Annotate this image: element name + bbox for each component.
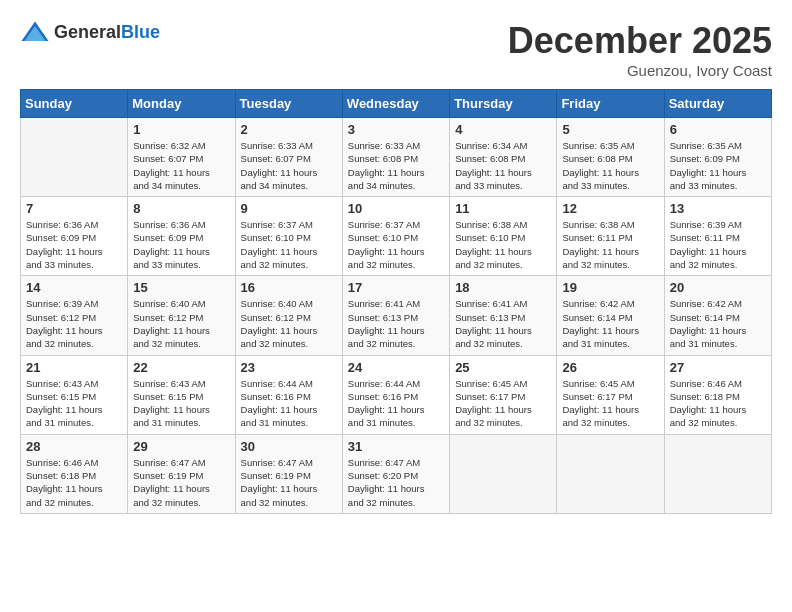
calendar-week-row: 14Sunrise: 6:39 AM Sunset: 6:12 PM Dayli…: [21, 276, 772, 355]
calendar-week-row: 7Sunrise: 6:36 AM Sunset: 6:09 PM Daylig…: [21, 197, 772, 276]
day-info: Sunrise: 6:45 AM Sunset: 6:17 PM Dayligh…: [562, 377, 658, 430]
calendar-cell: 22Sunrise: 6:43 AM Sunset: 6:15 PM Dayli…: [128, 355, 235, 434]
calendar-cell: 15Sunrise: 6:40 AM Sunset: 6:12 PM Dayli…: [128, 276, 235, 355]
calendar-cell: 23Sunrise: 6:44 AM Sunset: 6:16 PM Dayli…: [235, 355, 342, 434]
day-info: Sunrise: 6:45 AM Sunset: 6:17 PM Dayligh…: [455, 377, 551, 430]
calendar-cell: 26Sunrise: 6:45 AM Sunset: 6:17 PM Dayli…: [557, 355, 664, 434]
calendar-cell: [450, 434, 557, 513]
day-info: Sunrise: 6:35 AM Sunset: 6:09 PM Dayligh…: [670, 139, 766, 192]
logo-icon: [20, 20, 50, 44]
weekday-header: Wednesday: [342, 90, 449, 118]
calendar-cell: 9Sunrise: 6:37 AM Sunset: 6:10 PM Daylig…: [235, 197, 342, 276]
day-number: 4: [455, 122, 551, 137]
logo-general-text: General: [54, 22, 121, 42]
day-info: Sunrise: 6:47 AM Sunset: 6:19 PM Dayligh…: [241, 456, 337, 509]
day-info: Sunrise: 6:33 AM Sunset: 6:08 PM Dayligh…: [348, 139, 444, 192]
day-info: Sunrise: 6:43 AM Sunset: 6:15 PM Dayligh…: [26, 377, 122, 430]
calendar-cell: 11Sunrise: 6:38 AM Sunset: 6:10 PM Dayli…: [450, 197, 557, 276]
day-number: 1: [133, 122, 229, 137]
day-number: 18: [455, 280, 551, 295]
calendar-cell: 27Sunrise: 6:46 AM Sunset: 6:18 PM Dayli…: [664, 355, 771, 434]
day-number: 27: [670, 360, 766, 375]
weekday-header: Tuesday: [235, 90, 342, 118]
calendar-header-row: SundayMondayTuesdayWednesdayThursdayFrid…: [21, 90, 772, 118]
day-number: 26: [562, 360, 658, 375]
calendar-cell: 24Sunrise: 6:44 AM Sunset: 6:16 PM Dayli…: [342, 355, 449, 434]
calendar-cell: 18Sunrise: 6:41 AM Sunset: 6:13 PM Dayli…: [450, 276, 557, 355]
day-number: 20: [670, 280, 766, 295]
calendar-cell: [21, 118, 128, 197]
calendar-cell: 6Sunrise: 6:35 AM Sunset: 6:09 PM Daylig…: [664, 118, 771, 197]
calendar-cell: 1Sunrise: 6:32 AM Sunset: 6:07 PM Daylig…: [128, 118, 235, 197]
day-info: Sunrise: 6:37 AM Sunset: 6:10 PM Dayligh…: [241, 218, 337, 271]
day-info: Sunrise: 6:37 AM Sunset: 6:10 PM Dayligh…: [348, 218, 444, 271]
day-number: 2: [241, 122, 337, 137]
day-number: 29: [133, 439, 229, 454]
calendar-cell: 25Sunrise: 6:45 AM Sunset: 6:17 PM Dayli…: [450, 355, 557, 434]
day-number: 31: [348, 439, 444, 454]
weekday-header: Saturday: [664, 90, 771, 118]
calendar-cell: 7Sunrise: 6:36 AM Sunset: 6:09 PM Daylig…: [21, 197, 128, 276]
calendar-cell: 2Sunrise: 6:33 AM Sunset: 6:07 PM Daylig…: [235, 118, 342, 197]
day-number: 3: [348, 122, 444, 137]
day-info: Sunrise: 6:44 AM Sunset: 6:16 PM Dayligh…: [241, 377, 337, 430]
calendar-cell: 3Sunrise: 6:33 AM Sunset: 6:08 PM Daylig…: [342, 118, 449, 197]
calendar-cell: 4Sunrise: 6:34 AM Sunset: 6:08 PM Daylig…: [450, 118, 557, 197]
day-number: 6: [670, 122, 766, 137]
calendar-week-row: 1Sunrise: 6:32 AM Sunset: 6:07 PM Daylig…: [21, 118, 772, 197]
weekday-header: Sunday: [21, 90, 128, 118]
day-info: Sunrise: 6:39 AM Sunset: 6:12 PM Dayligh…: [26, 297, 122, 350]
day-number: 8: [133, 201, 229, 216]
day-info: Sunrise: 6:32 AM Sunset: 6:07 PM Dayligh…: [133, 139, 229, 192]
calendar-week-row: 21Sunrise: 6:43 AM Sunset: 6:15 PM Dayli…: [21, 355, 772, 434]
month-title: December 2025: [508, 20, 772, 62]
day-info: Sunrise: 6:39 AM Sunset: 6:11 PM Dayligh…: [670, 218, 766, 271]
calendar-cell: [557, 434, 664, 513]
day-number: 22: [133, 360, 229, 375]
day-number: 11: [455, 201, 551, 216]
day-info: Sunrise: 6:47 AM Sunset: 6:20 PM Dayligh…: [348, 456, 444, 509]
calendar-cell: 31Sunrise: 6:47 AM Sunset: 6:20 PM Dayli…: [342, 434, 449, 513]
day-info: Sunrise: 6:42 AM Sunset: 6:14 PM Dayligh…: [670, 297, 766, 350]
calendar-cell: [664, 434, 771, 513]
page-header: GeneralBlue December 2025 Guenzou, Ivory…: [20, 20, 772, 79]
day-info: Sunrise: 6:38 AM Sunset: 6:11 PM Dayligh…: [562, 218, 658, 271]
day-number: 30: [241, 439, 337, 454]
day-info: Sunrise: 6:42 AM Sunset: 6:14 PM Dayligh…: [562, 297, 658, 350]
weekday-header: Thursday: [450, 90, 557, 118]
calendar-cell: 14Sunrise: 6:39 AM Sunset: 6:12 PM Dayli…: [21, 276, 128, 355]
day-number: 19: [562, 280, 658, 295]
day-number: 9: [241, 201, 337, 216]
calendar-cell: 28Sunrise: 6:46 AM Sunset: 6:18 PM Dayli…: [21, 434, 128, 513]
calendar-cell: 10Sunrise: 6:37 AM Sunset: 6:10 PM Dayli…: [342, 197, 449, 276]
day-number: 5: [562, 122, 658, 137]
day-number: 23: [241, 360, 337, 375]
day-number: 14: [26, 280, 122, 295]
day-info: Sunrise: 6:46 AM Sunset: 6:18 PM Dayligh…: [670, 377, 766, 430]
day-info: Sunrise: 6:35 AM Sunset: 6:08 PM Dayligh…: [562, 139, 658, 192]
calendar-cell: 8Sunrise: 6:36 AM Sunset: 6:09 PM Daylig…: [128, 197, 235, 276]
location-title: Guenzou, Ivory Coast: [508, 62, 772, 79]
day-number: 15: [133, 280, 229, 295]
logo: GeneralBlue: [20, 20, 160, 44]
logo-blue-text: Blue: [121, 22, 160, 42]
day-number: 24: [348, 360, 444, 375]
calendar-cell: 17Sunrise: 6:41 AM Sunset: 6:13 PM Dayli…: [342, 276, 449, 355]
day-info: Sunrise: 6:44 AM Sunset: 6:16 PM Dayligh…: [348, 377, 444, 430]
day-info: Sunrise: 6:36 AM Sunset: 6:09 PM Dayligh…: [133, 218, 229, 271]
day-info: Sunrise: 6:47 AM Sunset: 6:19 PM Dayligh…: [133, 456, 229, 509]
day-number: 13: [670, 201, 766, 216]
weekday-header: Monday: [128, 90, 235, 118]
day-number: 16: [241, 280, 337, 295]
calendar-cell: 16Sunrise: 6:40 AM Sunset: 6:12 PM Dayli…: [235, 276, 342, 355]
calendar-cell: 21Sunrise: 6:43 AM Sunset: 6:15 PM Dayli…: [21, 355, 128, 434]
day-info: Sunrise: 6:46 AM Sunset: 6:18 PM Dayligh…: [26, 456, 122, 509]
calendar-cell: 29Sunrise: 6:47 AM Sunset: 6:19 PM Dayli…: [128, 434, 235, 513]
day-number: 7: [26, 201, 122, 216]
day-info: Sunrise: 6:43 AM Sunset: 6:15 PM Dayligh…: [133, 377, 229, 430]
day-info: Sunrise: 6:40 AM Sunset: 6:12 PM Dayligh…: [241, 297, 337, 350]
calendar-cell: 12Sunrise: 6:38 AM Sunset: 6:11 PM Dayli…: [557, 197, 664, 276]
day-info: Sunrise: 6:34 AM Sunset: 6:08 PM Dayligh…: [455, 139, 551, 192]
calendar-week-row: 28Sunrise: 6:46 AM Sunset: 6:18 PM Dayli…: [21, 434, 772, 513]
day-number: 17: [348, 280, 444, 295]
